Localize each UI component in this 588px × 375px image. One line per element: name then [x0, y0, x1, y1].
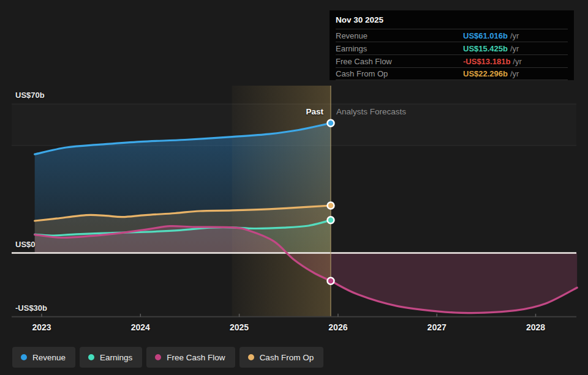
- legend-revenue-label: Revenue: [32, 353, 66, 362]
- data-tooltip: Nov 30 2025 Revenue US$61.016b /yr Earni…: [330, 10, 574, 80]
- past-section-label: Past: [306, 107, 323, 116]
- analysts-forecasts-section-label: Analysts Forecasts: [336, 107, 406, 116]
- tooltip-cashop-value: US$22.296b: [463, 69, 508, 78]
- earnings-dot-icon: [88, 354, 94, 360]
- free-cash-flow-dot-icon: [155, 354, 161, 360]
- tooltip-earnings-label: Earnings: [336, 44, 463, 53]
- tooltip-revenue-unit: /yr: [510, 31, 519, 40]
- tooltip-earnings-value: US$15.425b: [463, 44, 508, 53]
- x-axis-label-2026: 2026: [314, 322, 363, 332]
- earnings-marker: [327, 217, 334, 223]
- legend-button-cash-from-op[interactable]: Cash From Op: [239, 347, 324, 368]
- legend-cashop-label: Cash From Op: [260, 353, 314, 362]
- tooltip-fcf-label: Free Cash Flow: [336, 57, 463, 66]
- tooltip-row-revenue: Revenue US$61.016b /yr: [336, 29, 568, 42]
- cash-from-op-dot-icon: [248, 354, 254, 360]
- tooltip-revenue-value: US$61.016b: [463, 31, 508, 40]
- legend-button-revenue[interactable]: Revenue: [12, 347, 75, 368]
- y-axis-label-70b: US$70b: [15, 91, 45, 100]
- financials-chart-panel: US$70b US$0 -US$30b 2023 2024 2025 2026 …: [0, 0, 588, 375]
- tooltip-fcf-unit: /yr: [513, 57, 521, 66]
- x-axis-label-2023: 2023: [17, 322, 66, 332]
- free_cash_flow-marker: [327, 278, 334, 284]
- tooltip-earnings-unit: /yr: [510, 44, 519, 53]
- revenue-marker: [327, 120, 334, 127]
- x-axis-label-2024: 2024: [116, 322, 165, 332]
- legend-fcf-label: Free Cash Flow: [167, 353, 225, 362]
- tooltip-cashop-label: Cash From Op: [336, 69, 463, 78]
- tooltip-cashop-unit: /yr: [510, 69, 519, 78]
- x-axis-label-2027: 2027: [412, 322, 461, 332]
- tooltip-revenue-label: Revenue: [336, 31, 463, 40]
- x-axis-label-2028: 2028: [511, 322, 560, 332]
- tooltip-row-cash-from-op: Cash From Op US$22.296b /yr: [336, 67, 568, 80]
- y-axis-label-0: US$0: [15, 240, 36, 249]
- tooltip-date-title: Nov 30 2025: [330, 10, 574, 29]
- tooltip-row-free-cash-flow: Free Cash Flow -US$13.181b /yr: [336, 54, 568, 67]
- revenue-dot-icon: [21, 354, 27, 360]
- tooltip-row-earnings: Earnings US$15.425b /yr: [336, 42, 568, 54]
- tooltip-fcf-value: -US$13.181b: [463, 57, 510, 66]
- x-axis-label-2025: 2025: [215, 322, 264, 332]
- y-axis-label-neg30b: -US$30b: [15, 303, 47, 313]
- legend-button-free-cash-flow[interactable]: Free Cash Flow: [146, 347, 235, 368]
- legend-earnings-label: Earnings: [100, 353, 132, 362]
- legend-button-earnings[interactable]: Earnings: [80, 347, 142, 368]
- hover-highlight-band: [232, 86, 331, 317]
- chart-legend: Revenue Earnings Free Cash Flow Cash Fro…: [12, 347, 323, 368]
- cash_from_op-marker: [327, 202, 334, 209]
